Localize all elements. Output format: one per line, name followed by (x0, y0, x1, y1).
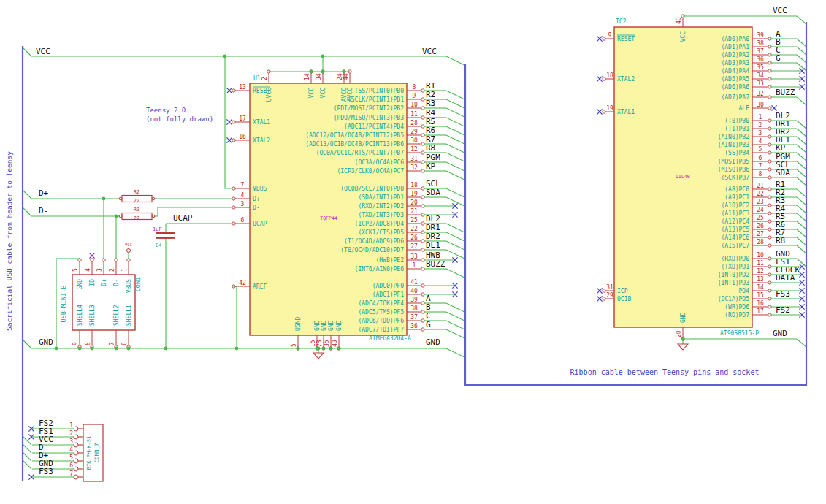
pin-end (74, 451, 78, 455)
pin-number: 27 (410, 243, 418, 250)
net-label: FS3 (39, 467, 53, 476)
pin-number: 32 (757, 91, 764, 97)
pin-end (421, 98, 424, 101)
component-part: AT90S8515-P (720, 330, 759, 337)
pin-end (768, 127, 771, 130)
pin-number: 18 (606, 72, 613, 79)
pin-number: 18 (410, 182, 418, 188)
pin-name: (AD4)PA4 (721, 68, 749, 75)
pin-name: (ICP2/ADC8)PD4 (355, 221, 405, 227)
pin-end (127, 249, 131, 253)
pin-number: 39 (757, 32, 764, 39)
net-label: D+ (39, 188, 49, 198)
pin-name: AREF (253, 283, 267, 290)
net-label: UCAP (173, 213, 193, 223)
pin-end (768, 228, 771, 231)
junction-dot (329, 347, 333, 351)
pin-end (115, 259, 118, 261)
junction-dot (321, 70, 325, 74)
pin-number: 3 (759, 130, 762, 137)
pin-end (102, 259, 105, 261)
pin-number: 12 (757, 268, 764, 275)
pin-name: VBUS (253, 186, 267, 192)
pin-number: 6 (759, 155, 762, 161)
pin-number: 33 (410, 253, 418, 260)
pin-end (421, 89, 424, 92)
pin-end (603, 297, 605, 300)
net-label: D- (39, 206, 48, 215)
pin-number: 33 (757, 80, 764, 87)
pin-name: (ADC0)PF0 (372, 283, 405, 289)
junction-dot (310, 70, 313, 74)
net-label: FS3 (776, 289, 790, 299)
pin-end (768, 135, 771, 138)
pin-name: (OC3A/OC4A)PC6 (355, 159, 405, 166)
pin-end (421, 134, 424, 137)
net-label: SDA (776, 168, 790, 177)
pin-number: 23 (316, 340, 323, 347)
pin-end (421, 248, 424, 251)
pin-end (421, 213, 424, 216)
pin-end (768, 188, 771, 191)
pin-end (768, 244, 771, 247)
pin-name: (AIN0)PB2 (718, 134, 750, 140)
pin-number: 11 (410, 111, 418, 118)
component-value: 1uF (153, 226, 162, 232)
pin-number: 36 (410, 323, 418, 329)
pin-end (768, 168, 771, 171)
pin-name: AVCC (347, 88, 353, 102)
pin-name: UVCC (266, 88, 272, 102)
pin-end (421, 284, 424, 287)
component-ref: IC2 (616, 18, 627, 25)
pin-number: 13 (239, 84, 246, 91)
net-label: BUZZ (776, 88, 795, 97)
pin-name: (INT1)PD3 (718, 280, 750, 286)
junction-dot (115, 347, 118, 351)
junction-dot (115, 215, 118, 218)
pin-number: 16 (239, 134, 246, 140)
pin-end (232, 206, 235, 209)
pin-end (768, 220, 771, 223)
pin-end (421, 267, 424, 270)
pin-number: 14 (757, 284, 764, 291)
pin-number: 8 (413, 84, 416, 91)
note-text: Sacrificial USB cable from header to Tee… (5, 151, 13, 331)
pin-end (768, 281, 771, 284)
pin-name: (RXD/INT2)PD2 (358, 203, 404, 210)
pin-name: (XCK1/CTS)PD5 (358, 229, 404, 236)
pin-number: 31 (410, 156, 418, 162)
pin-end (768, 196, 771, 199)
pin-end (768, 160, 771, 163)
pin-name: (TXD)PD1 (721, 264, 749, 270)
junction-dot (337, 347, 341, 351)
pin-end (421, 169, 424, 172)
pin-number: 6 (69, 462, 73, 469)
pin-number: 29 (606, 292, 613, 299)
pin-name: (A14)PC6 (721, 234, 749, 241)
component-ref: CONN_7 (93, 443, 100, 462)
pin-number: 36 (757, 56, 764, 63)
pin-end (768, 176, 771, 179)
pin-number: 10 (757, 252, 764, 259)
pin-number: 14 (304, 73, 310, 80)
component-ref: C4 (156, 243, 161, 248)
pin-end (421, 196, 424, 199)
pin-number: 17 (239, 115, 246, 122)
pin-number: 25 (410, 217, 418, 224)
junction-dot (164, 347, 168, 351)
pin-name: (A15)PC7 (721, 243, 749, 249)
pin-end (768, 257, 771, 260)
pin-end (603, 77, 605, 80)
pin-number: 4 (69, 446, 73, 453)
pin-name: GND (328, 320, 334, 331)
pin-name: (T1/OC4D/ADC9)PD6 (344, 238, 404, 245)
pin-end (232, 197, 235, 200)
pin-name: SHELL1 (126, 305, 132, 326)
pin-end (768, 45, 771, 48)
pin-name: (A11)PC3 (721, 210, 749, 217)
pin-number: 43 (332, 340, 338, 347)
pin-number: 1 (121, 268, 128, 272)
component-part: USB-MINI-B (60, 285, 67, 322)
junction-dot (297, 347, 300, 351)
pin-name: XTAL2 (617, 76, 635, 83)
